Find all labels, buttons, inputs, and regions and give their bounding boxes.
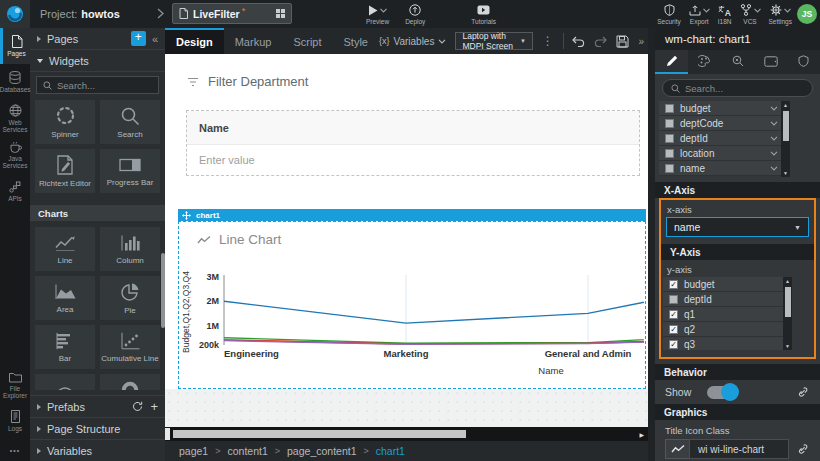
filter-form-title[interactable]: Filter Department xyxy=(187,74,308,89)
wavemaker-logo-icon[interactable] xyxy=(0,0,30,28)
name-input[interactable]: Enter value xyxy=(187,145,639,175)
breadcrumb-item-page_content1[interactable]: page_content1 xyxy=(287,445,356,457)
unchecked-checkbox[interactable] xyxy=(665,104,674,113)
properties-tab-events[interactable] xyxy=(721,50,754,74)
field-row-budget[interactable]: ✓budget xyxy=(663,277,792,292)
undo-button[interactable] xyxy=(572,36,585,47)
checked-checkbox[interactable]: ✓ xyxy=(669,310,678,319)
security-button[interactable]: Security xyxy=(657,4,680,25)
widget-selection-bar[interactable]: chart1 xyxy=(178,209,646,221)
field-row-deptId[interactable]: deptId xyxy=(659,131,790,146)
list-scrollbar[interactable]: ▲▼ xyxy=(783,277,792,350)
field-row-location[interactable]: location xyxy=(659,146,790,161)
widget-tile-pie[interactable]: Pie xyxy=(100,276,160,320)
unchecked-checkbox[interactable] xyxy=(665,149,674,158)
unchecked-checkbox[interactable] xyxy=(669,295,678,304)
export-button[interactable]: Export xyxy=(689,4,710,25)
sidebar-item-java-services[interactable]: Java Services xyxy=(0,137,30,173)
scroll-up-arrow[interactable]: ▲ xyxy=(781,101,790,109)
horizontal-scrollbar[interactable]: ▶ xyxy=(165,427,648,441)
unchecked-checkbox[interactable] xyxy=(665,119,674,128)
variables-section-header[interactable]: Variables xyxy=(30,439,165,461)
widget-tile-richtext-editor[interactable]: Richtext Editor xyxy=(35,149,95,193)
properties-tab-styles[interactable] xyxy=(688,50,721,74)
tab-script[interactable]: Script xyxy=(282,28,332,54)
sidebar-item-apis[interactable]: APIs xyxy=(0,173,30,209)
scroll-down-arrow[interactable]: ▼ xyxy=(783,342,792,350)
widget-tile-line[interactable]: Line xyxy=(35,227,95,271)
scroll-down-arrow[interactable]: ▼ xyxy=(781,169,790,177)
tab-design[interactable]: Design xyxy=(165,28,224,54)
bind-property-icon[interactable] xyxy=(797,443,808,455)
add-page-button[interactable]: + xyxy=(131,31,146,46)
sidebar-item-pages[interactable]: Pages xyxy=(0,28,30,64)
user-avatar[interactable]: JS xyxy=(797,4,817,24)
field-row-q3[interactable]: ✓q3 xyxy=(663,337,792,350)
more-tools-button[interactable]: » xyxy=(638,36,644,47)
prefabs-section-header[interactable]: Prefabs + xyxy=(30,395,165,417)
add-prefab-button[interactable]: + xyxy=(150,402,158,412)
page-structure-section-header[interactable]: Page Structure xyxy=(30,417,165,439)
field-row-q1[interactable]: ✓q1 xyxy=(663,307,792,322)
livefilter-form[interactable]: Name Enter value xyxy=(186,110,640,176)
settings-button[interactable]: Settings xyxy=(769,4,793,25)
field-row-q2[interactable]: ✓q2 xyxy=(663,322,792,337)
widget-tile-donut[interactable]: Donut xyxy=(100,374,160,390)
x-axis-select[interactable]: name ▼ xyxy=(666,217,809,237)
grid-icon[interactable] xyxy=(276,9,285,18)
collapse-panel-button[interactable]: « xyxy=(152,33,158,45)
panel-scrollbar[interactable] xyxy=(161,253,165,328)
field-row-deptCode[interactable]: deptCode xyxy=(659,116,790,131)
breadcrumb-item-content1[interactable]: content1 xyxy=(227,445,267,457)
preview-button[interactable]: Preview xyxy=(366,4,389,25)
widget-tile-column[interactable]: Column xyxy=(100,227,160,271)
breadcrumb-item-chart1[interactable]: chart1 xyxy=(376,445,405,457)
i18n-button[interactable]: AI18N xyxy=(718,4,732,25)
scroll-right-arrow[interactable]: ▶ xyxy=(639,431,648,438)
field-row-name[interactable]: name xyxy=(659,161,790,176)
tab-style[interactable]: Style xyxy=(333,28,379,54)
properties-tab-properties[interactable] xyxy=(655,50,688,74)
chart-widget[interactable]: chart1 Line Chart 3M2M1M200kEngineeringM… xyxy=(178,209,646,389)
device-selector[interactable]: Laptop with MDPI Screen ▼ xyxy=(455,32,532,50)
unchecked-checkbox[interactable] xyxy=(665,134,674,143)
refresh-icon[interactable] xyxy=(132,401,143,412)
tutorials-button[interactable]: Tutorials xyxy=(471,4,496,25)
unchecked-checkbox[interactable] xyxy=(665,164,674,173)
save-button[interactable] xyxy=(616,35,629,48)
field-row-deptId[interactable]: deptId xyxy=(663,292,792,307)
widget-tile-area[interactable]: Area xyxy=(35,276,95,320)
deploy-button[interactable]: Deploy xyxy=(405,4,425,25)
properties-search-input[interactable]: Search... xyxy=(662,79,813,97)
widget-search-input[interactable]: Search... xyxy=(36,76,159,94)
scrollbar-thumb[interactable] xyxy=(783,111,789,141)
bind-property-icon[interactable] xyxy=(797,386,808,398)
sidebar-item-logs[interactable]: Logs xyxy=(0,403,30,439)
scroll-up-arrow[interactable]: ▲ xyxy=(783,277,792,285)
widget-tile-bar[interactable]: Bar xyxy=(35,325,95,369)
sidebar-item-web-services[interactable]: Web Services xyxy=(0,100,30,137)
checked-checkbox[interactable]: ✓ xyxy=(669,280,678,289)
redo-button[interactable] xyxy=(594,36,607,47)
list-scrollbar[interactable]: ▲▼ xyxy=(781,101,790,177)
variables-button[interactable]: {x} Variables xyxy=(379,36,446,47)
widget-tile-cumulative-line[interactable]: Cumulative Line xyxy=(100,325,160,369)
properties-tab-devices[interactable] xyxy=(754,50,787,74)
show-toggle[interactable] xyxy=(707,386,737,399)
tab-markup[interactable]: Markup xyxy=(224,28,283,54)
widget-tile-gauge[interactable]: Gauge xyxy=(35,374,95,390)
breadcrumb-item-page1[interactable]: page1 xyxy=(179,445,208,457)
kebab-menu-icon[interactable]: ⋮ xyxy=(542,34,554,48)
scrollbar-thumb[interactable] xyxy=(173,430,466,438)
vcs-button[interactable]: VCS xyxy=(740,4,761,25)
title-icon-class-input[interactable]: wi wi-line-chart xyxy=(689,439,789,459)
sidebar-item-file-explorer[interactable]: File Explorer xyxy=(0,367,30,403)
scrollbar-thumb[interactable] xyxy=(785,287,791,317)
more-options-button[interactable]: ••• xyxy=(0,439,30,461)
widget-tile-spinner[interactable]: Spinner xyxy=(35,100,95,144)
widget-tile-search[interactable]: Search xyxy=(100,100,160,144)
widget-tile-progress-bar[interactable]: Progress Bar xyxy=(100,149,160,193)
page-tab-livefilter[interactable]: LiveFilter * xyxy=(172,3,292,24)
widgets-section-header[interactable]: Widgets xyxy=(30,50,165,72)
pages-section-header[interactable]: Pages + « xyxy=(30,28,165,50)
